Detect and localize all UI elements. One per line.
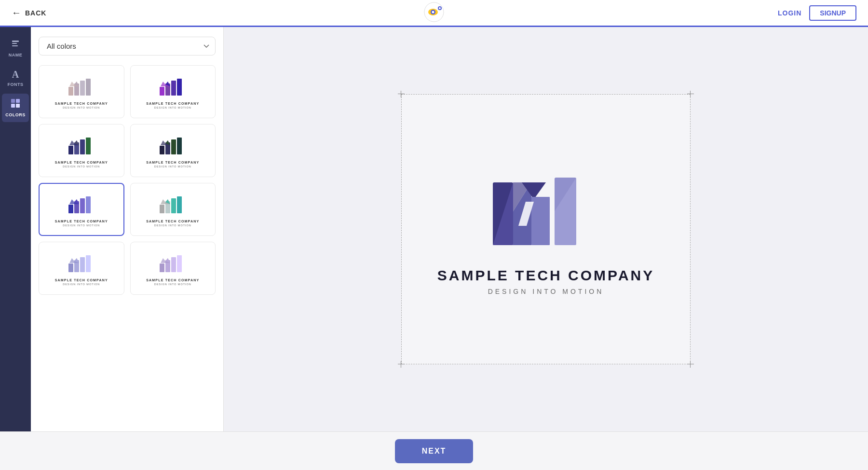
back-arrow-icon: ← bbox=[12, 7, 21, 18]
svg-rect-12 bbox=[16, 104, 20, 108]
card-8-name: SAMPLE TECH COMPANY bbox=[146, 278, 199, 282]
logo-card-6-svg bbox=[156, 193, 190, 217]
card-5-name: SAMPLE TECH COMPANY bbox=[55, 220, 108, 223]
svg-point-5 bbox=[439, 7, 441, 9]
svg-rect-25 bbox=[68, 146, 73, 154]
logo-card-2-svg bbox=[156, 75, 190, 99]
colors-icon bbox=[11, 98, 20, 111]
svg-rect-45 bbox=[171, 198, 176, 213]
preview-logo-svg bbox=[488, 163, 604, 260]
card-6-name: SAMPLE TECH COMPANY bbox=[146, 220, 199, 223]
preview-area: SAMPLE TECH COMPANY DESIGN INTO MOTION bbox=[224, 27, 868, 431]
svg-rect-34 bbox=[177, 138, 182, 154]
svg-rect-13 bbox=[68, 87, 73, 96]
topnav: ← BACK LOGIN SIGNUP bbox=[0, 0, 868, 27]
svg-rect-22 bbox=[177, 79, 182, 96]
fonts-icon: A bbox=[12, 69, 19, 80]
sidebar: NAME A FONTS COLORS bbox=[0, 27, 31, 431]
logo-card-5[interactable]: SAMPLE TECH COMPANY DESIGN INTO MOTION bbox=[39, 183, 124, 236]
svg-rect-43 bbox=[160, 205, 164, 213]
card-2-tagline: DESIGN INTO MOTION bbox=[154, 106, 191, 109]
svg-rect-27 bbox=[80, 139, 85, 154]
svg-rect-33 bbox=[171, 139, 176, 154]
sidebar-fonts-label: FONTS bbox=[8, 82, 24, 87]
preview-tagline: DESIGN INTO MOTION bbox=[488, 288, 604, 295]
logo-card-8[interactable]: SAMPLE TECH COMPANY DESIGN INTO MOTION bbox=[130, 242, 216, 295]
logo-card-3[interactable]: SAMPLE TECH COMPANY DESIGN INTO MOTION bbox=[39, 124, 124, 177]
app-logo bbox=[423, 1, 445, 25]
logo-card-7[interactable]: SAMPLE TECH COMPANY DESIGN INTO MOTION bbox=[39, 242, 124, 295]
corner-br bbox=[687, 361, 694, 368]
logo-card-6[interactable]: SAMPLE TECH COMPANY DESIGN INTO MOTION bbox=[130, 183, 216, 236]
svg-rect-10 bbox=[16, 99, 20, 103]
svg-rect-57 bbox=[171, 257, 176, 272]
preview-company-name: SAMPLE TECH COMPANY bbox=[437, 267, 654, 284]
svg-rect-51 bbox=[80, 257, 85, 272]
bottom-bar: NEXT bbox=[0, 431, 868, 470]
sidebar-item-name[interactable]: NAME bbox=[2, 35, 29, 62]
svg-rect-37 bbox=[68, 205, 73, 213]
svg-rect-52 bbox=[86, 255, 91, 272]
logo-card-3-svg bbox=[65, 134, 98, 158]
sidebar-item-fonts[interactable]: A FONTS bbox=[2, 64, 29, 92]
svg-rect-11 bbox=[11, 104, 15, 108]
color-filter-select[interactable]: All colors Light Dark Colorful Monochrom… bbox=[39, 37, 216, 55]
back-button[interactable]: ← BACK bbox=[12, 7, 46, 18]
card-1-name: SAMPLE TECH COMPANY bbox=[55, 102, 108, 105]
logo-grid: SAMPLE TECH COMPANY DESIGN INTO MOTION S… bbox=[39, 65, 216, 295]
svg-rect-19 bbox=[160, 87, 164, 96]
main-layout: NAME A FONTS COLORS All colors Light Dar… bbox=[0, 27, 868, 431]
svg-marker-67 bbox=[531, 197, 550, 245]
card-1-tagline: DESIGN INTO MOTION bbox=[63, 106, 100, 109]
corner-tr bbox=[687, 91, 694, 97]
logo-card-5-svg bbox=[65, 193, 98, 217]
svg-rect-28 bbox=[86, 138, 91, 154]
svg-rect-8 bbox=[12, 45, 18, 46]
card-5-tagline: DESIGN INTO MOTION bbox=[63, 224, 100, 227]
filter-row: All colors Light Dark Colorful Monochrom… bbox=[39, 37, 216, 55]
svg-rect-49 bbox=[68, 263, 73, 272]
card-7-tagline: DESIGN INTO MOTION bbox=[63, 283, 100, 286]
card-3-tagline: DESIGN INTO MOTION bbox=[63, 165, 100, 168]
svg-rect-55 bbox=[160, 263, 164, 272]
corner-bl bbox=[398, 361, 405, 368]
logo-card-2[interactable]: SAMPLE TECH COMPANY DESIGN INTO MOTION bbox=[130, 65, 216, 118]
back-label: BACK bbox=[25, 9, 46, 17]
logo-card-8-svg bbox=[156, 251, 190, 276]
svg-rect-21 bbox=[171, 81, 176, 96]
name-icon bbox=[11, 40, 20, 51]
svg-point-3 bbox=[432, 11, 434, 13]
svg-rect-39 bbox=[80, 198, 85, 213]
svg-rect-58 bbox=[177, 255, 182, 272]
brand-logo-icon bbox=[423, 1, 445, 23]
sidebar-colors-label: COLORS bbox=[5, 112, 26, 117]
svg-rect-16 bbox=[86, 79, 91, 96]
svg-rect-9 bbox=[11, 99, 15, 103]
corner-tl bbox=[398, 91, 405, 97]
card-3-name: SAMPLE TECH COMPANY bbox=[55, 161, 108, 164]
topnav-right: LOGIN SIGNUP bbox=[778, 5, 856, 21]
signup-button[interactable]: SIGNUP bbox=[809, 5, 856, 21]
sidebar-name-label: NAME bbox=[9, 53, 23, 57]
left-panel: All colors Light Dark Colorful Monochrom… bbox=[31, 27, 224, 431]
svg-rect-6 bbox=[12, 41, 19, 42]
card-7-name: SAMPLE TECH COMPANY bbox=[55, 278, 108, 282]
svg-rect-15 bbox=[80, 81, 85, 96]
login-button[interactable]: LOGIN bbox=[778, 9, 801, 17]
card-8-tagline: DESIGN INTO MOTION bbox=[154, 283, 191, 286]
svg-rect-46 bbox=[177, 196, 182, 213]
sidebar-item-colors[interactable]: COLORS bbox=[2, 94, 29, 122]
logo-card-7-svg bbox=[65, 251, 98, 276]
svg-rect-40 bbox=[86, 196, 91, 213]
logo-card-4-svg bbox=[156, 134, 190, 158]
logo-card-4[interactable]: SAMPLE TECH COMPANY DESIGN INTO MOTION bbox=[130, 124, 216, 177]
next-button[interactable]: NEXT bbox=[395, 439, 474, 463]
svg-rect-7 bbox=[12, 43, 17, 44]
card-2-name: SAMPLE TECH COMPANY bbox=[146, 102, 199, 105]
card-6-tagline: DESIGN INTO MOTION bbox=[154, 224, 191, 227]
card-4-tagline: DESIGN INTO MOTION bbox=[154, 165, 191, 168]
preview-canvas: SAMPLE TECH COMPANY DESIGN INTO MOTION bbox=[401, 94, 691, 364]
logo-card-1[interactable]: SAMPLE TECH COMPANY DESIGN INTO MOTION bbox=[39, 65, 124, 118]
card-4-name: SAMPLE TECH COMPANY bbox=[146, 161, 199, 164]
logo-card-1-svg bbox=[65, 75, 98, 99]
